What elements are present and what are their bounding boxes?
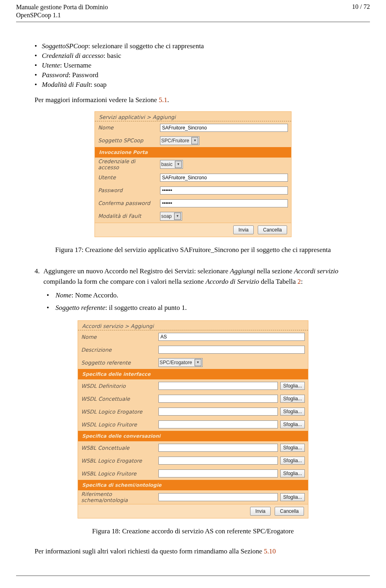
fig18-wsdl-le-label: WSDL Logico Erogatore <box>81 409 156 415</box>
figure-17-caption: Figura 17: Creazione del servizio applic… <box>16 246 370 254</box>
fig17-password2-input[interactable] <box>160 199 288 207</box>
figure-18-form: Accordi servizio > Aggiungi Nome Descriz… <box>78 320 308 518</box>
fig18-wsdl-lf-label: WSDL Logico Fruitore <box>81 422 156 428</box>
fig18-sogg-select[interactable]: SPC/Erogatore ▼ <box>158 358 203 367</box>
chevron-down-icon: ▼ <box>191 137 198 144</box>
fig18-rif-sfoglia-button[interactable]: Sfoglia... <box>280 493 305 501</box>
fig18-wsbl-le-input[interactable] <box>158 457 278 465</box>
bullet-soggetto: SoggettoSPCoop: selezionare il soggetto … <box>35 42 370 50</box>
fig17-breadcrumb: Servizi applicativi > Aggiungi <box>95 112 291 121</box>
fig18-sogg-label: Soggetto referente <box>81 360 156 366</box>
fig18-wsbl-con-sfoglia-button[interactable]: Sfoglia... <box>280 444 305 452</box>
fig17-soggetto-label: Soggetto SPCoop <box>98 137 158 143</box>
fig17-password-label: Password <box>98 187 158 193</box>
fig18-nome-label: Nome <box>81 334 156 340</box>
step-4: 4. Aggiungere un nuovo Accordo nel Regis… <box>16 266 370 313</box>
fig17-invia-button[interactable]: Invia <box>233 225 254 234</box>
fig18-wsbl-lf-input[interactable] <box>158 469 278 477</box>
step4-number: 4. <box>35 266 40 277</box>
top-bullets: SoggettoSPCoop: selezionare il soggetto … <box>16 42 370 89</box>
section-link-5-10: 5.10 <box>264 547 276 555</box>
fig18-wsdl-def-input[interactable] <box>158 382 278 390</box>
fig17-section-invocazione: Invocazione Porta <box>95 147 291 158</box>
chevron-down-icon: ▼ <box>174 213 181 220</box>
fig18-wsdl-lf-input[interactable] <box>158 420 278 428</box>
fig18-wsdl-def-label: WSDL Definitorio <box>81 383 156 389</box>
footer-rule <box>16 576 370 576</box>
page-number: 10 / 72 <box>352 3 370 19</box>
step4-sub-soggetto: Soggetto referente: il soggetto creato a… <box>47 303 370 313</box>
header-title-line2: OpenSPCoop 1.1 <box>16 11 108 19</box>
fig18-wsdl-con-input[interactable] <box>158 395 278 403</box>
chevron-down-icon: ▼ <box>175 161 182 168</box>
fig17-fault-label: Modalità di Fault <box>98 213 158 219</box>
fig17-cred-label: Credenziale di accesso <box>98 158 158 170</box>
fig18-descr-label: Descrizione <box>81 347 156 353</box>
fig18-wsbl-con-input[interactable] <box>158 444 278 452</box>
fig18-section-interfacce: Specifica delle interfacce <box>78 369 308 379</box>
step4-sub-nome: Nome: Nome Accordo. <box>47 290 370 301</box>
fig18-descr-input[interactable] <box>158 346 305 354</box>
fig17-fault-select[interactable]: soap ▼ <box>160 212 182 221</box>
figure-17-form: Servizi applicativi > Aggiungi Nome Sogg… <box>94 111 292 237</box>
bullet-modalita: Modalità di Fault: soap <box>35 81 370 89</box>
fig18-section-schemi: Specifica di schemi/ontologie <box>78 480 308 490</box>
fig18-rif-input[interactable] <box>158 493 278 501</box>
fig17-cancella-button[interactable]: Cancella <box>258 225 287 234</box>
figure-18-caption: Figura 18: Creazione accordo di servizio… <box>16 527 370 535</box>
fig18-wsdl-con-sfoglia-button[interactable]: Sfoglia... <box>280 395 305 403</box>
section-link-5-1: 5.1 <box>159 96 167 104</box>
fig18-wsbl-le-label: WSBL Logico Erogatore <box>81 458 156 464</box>
header-rule <box>16 22 370 22</box>
chevron-down-icon: ▼ <box>195 359 201 366</box>
fig18-wsdl-def-sfoglia-button[interactable]: Sfoglia... <box>280 382 305 390</box>
fig17-password2-label: Conferma password <box>98 200 158 206</box>
bullet-password: Password: Password <box>35 71 370 79</box>
fig17-cred-select[interactable]: basic ▼ <box>160 160 183 169</box>
fig18-wsbl-lf-sfoglia-button[interactable]: Sfoglia... <box>280 469 305 477</box>
bottom-paragraph: Per informazioni sugli altri valori rich… <box>16 547 370 555</box>
fig17-soggetto-select[interactable]: SPC/Fruitore ▼ <box>160 136 199 145</box>
page-header: Manuale gestione Porta di Dominio OpenSP… <box>16 0 370 21</box>
fig18-breadcrumb: Accordi servizio > Aggiungi <box>78 321 308 330</box>
fig18-cancella-button[interactable]: Cancella <box>275 507 304 516</box>
more-info-paragraph: Per maggiori informazioni vedere la Sezi… <box>16 95 370 105</box>
fig18-wsbl-lf-label: WSBL Logico Fruitore <box>81 471 156 477</box>
fig17-password-input[interactable] <box>160 186 288 195</box>
fig17-utente-input[interactable] <box>160 174 288 182</box>
fig18-nome-input[interactable] <box>158 333 305 341</box>
fig18-invia-button[interactable]: Invia <box>250 507 271 516</box>
fig18-wsdl-le-input[interactable] <box>158 408 278 416</box>
fig17-nome-input[interactable] <box>160 124 288 132</box>
fig18-wsbl-le-sfoglia-button[interactable]: Sfoglia... <box>280 457 305 465</box>
header-title-line1: Manuale gestione Porta di Dominio <box>16 3 108 11</box>
fig17-utente-label: Utente <box>98 174 158 180</box>
fig18-wsdl-lf-sfoglia-button[interactable]: Sfoglia... <box>280 420 305 428</box>
fig17-nome-label: Nome <box>98 125 158 131</box>
bullet-credenziali: Credenziali di accesso: basic <box>35 52 370 60</box>
fig18-section-conversazioni: Specifica delle conversazioni <box>78 431 308 441</box>
fig18-wsdl-con-label: WSDL Concettuale <box>81 396 156 402</box>
fig18-wsbl-con-label: WSBL Concettuale <box>81 445 156 451</box>
bullet-utente: Utente: Username <box>35 61 370 70</box>
fig18-wsdl-le-sfoglia-button[interactable]: Sfoglia... <box>280 408 305 416</box>
fig18-rif-label: Riferimento schema/ontologia <box>81 491 156 503</box>
